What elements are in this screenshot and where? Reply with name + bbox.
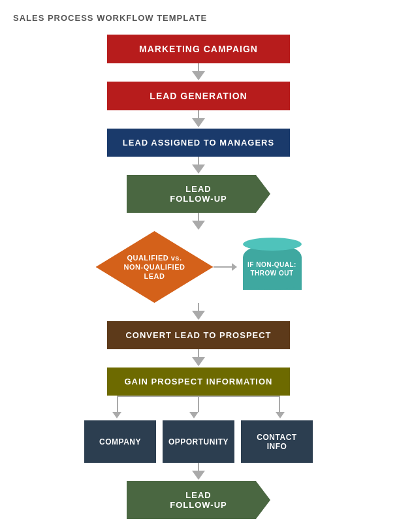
lead-followup-top-node: LEAD FOLLOW-UP xyxy=(127,175,270,213)
connector-3 xyxy=(192,157,205,175)
cylinder-node: IF NON-QUAL: THROW OUT xyxy=(243,244,302,290)
contact-info-node: CONTACT INFO xyxy=(241,420,313,463)
lead-generation-node: LEAD GENERATION xyxy=(107,82,290,110)
company-node: COMPANY xyxy=(84,420,156,463)
connector-7 xyxy=(192,463,205,481)
split-connector xyxy=(81,396,316,420)
connector-5 xyxy=(192,303,205,321)
page-title: SALES PROCESS WORKFLOW TEMPLATE xyxy=(7,13,390,23)
flow-diagram: MARKETING CAMPAIGN LEAD GENERATION LEAD … xyxy=(7,35,390,519)
gain-prospect-node: GAIN PROSPECT INFORMATION xyxy=(107,368,290,396)
qualified-diamond: QUALIFIED vs. NON-QUALIFIED LEAD xyxy=(96,231,214,303)
opportunity-node: OPPORTUNITY xyxy=(163,420,234,463)
arrow-right-connector xyxy=(214,266,233,268)
lead-assigned-node: LEAD ASSIGNED TO MANAGERS xyxy=(107,129,290,157)
three-boxes-row: COMPANY OPPORTUNITY CONTACT INFO xyxy=(7,420,390,463)
connector-1 xyxy=(192,63,205,82)
qualified-text: QUALIFIED vs. NON-QUALIFIED LEAD xyxy=(111,253,198,281)
lead-followup-bottom-node: LEAD FOLLOW-UP xyxy=(127,481,270,519)
marketing-campaign-node: MARKETING CAMPAIGN xyxy=(107,35,290,63)
cylinder-text: IF NON-QUAL: THROW OUT xyxy=(247,260,296,277)
connector-4 xyxy=(192,213,205,231)
connector-6 xyxy=(192,349,205,368)
cylinder-side: IF NON-QUAL: THROW OUT xyxy=(243,244,302,290)
connector-2 xyxy=(192,110,205,129)
qualified-row: QUALIFIED vs. NON-QUALIFIED LEAD IF NON-… xyxy=(7,231,390,303)
convert-lead-node: CONVERT LEAD TO PROSPECT xyxy=(107,321,290,349)
